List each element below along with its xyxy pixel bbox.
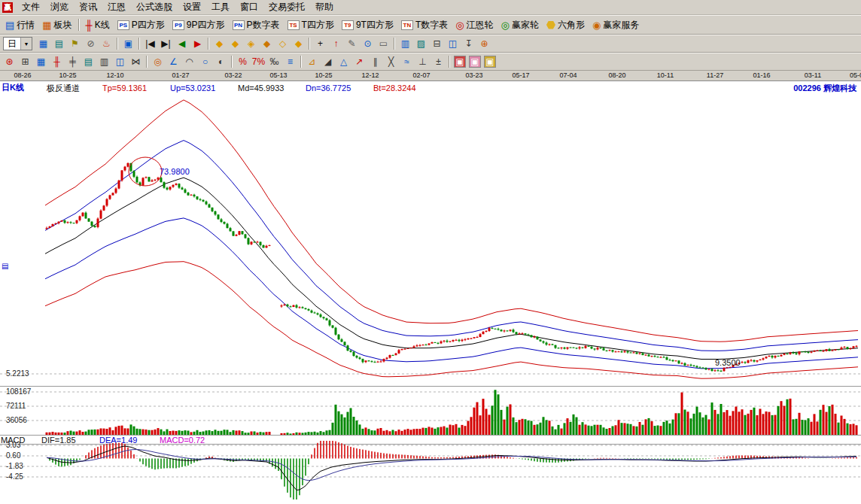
date-tick: 10-11 xyxy=(657,71,674,79)
next-bar-icon[interactable]: ▶ xyxy=(190,37,205,51)
date-tick: 01-16 xyxy=(753,71,770,79)
candle-style-icon[interactable]: ╫ xyxy=(49,55,65,69)
table-hatch-icon[interactable]: ▨ xyxy=(413,37,429,51)
hexagon-button[interactable]: 六角形 xyxy=(543,17,589,33)
perpendicular-tool-icon[interactable]: ⊥ xyxy=(415,55,430,69)
axle-tool-icon[interactable]: ⊛ xyxy=(2,55,17,69)
tn-badge-icon: TN xyxy=(401,20,413,30)
seven-percent-tool-icon[interactable]: 7% xyxy=(251,55,266,69)
date-tick: 03-23 xyxy=(465,71,482,79)
gann-diamond-3-icon[interactable]: ◈ xyxy=(243,37,259,51)
gann-diamond-6-icon[interactable]: ◆ xyxy=(291,37,306,51)
p-square-button[interactable]: PSP四方形 xyxy=(114,17,169,33)
wedge-tool-icon[interactable]: ◢ xyxy=(320,55,336,69)
arc-tool-icon[interactable]: ◠ xyxy=(181,55,197,69)
print-icon[interactable]: ⊟ xyxy=(429,37,445,51)
split-pane-icon[interactable]: ◫ xyxy=(112,55,128,69)
toolbar-button-label: T数字表 xyxy=(415,19,448,32)
angle-tool-icon[interactable]: ∠ xyxy=(166,55,181,69)
circle-tool-icon[interactable]: ○ xyxy=(197,55,213,69)
period-dropdown[interactable]: 日 ▼ xyxy=(3,37,32,50)
menu-item-4[interactable]: 公式选股 xyxy=(131,0,178,14)
menu-item-0[interactable]: 文件 xyxy=(17,0,45,14)
cycle-tool-icon[interactable]: ◐ xyxy=(213,55,229,69)
up-arrow-icon[interactable]: ↑ xyxy=(328,37,344,51)
merge-pane-icon[interactable]: ⋈ xyxy=(128,55,144,69)
kline-button[interactable]: ╫K线 xyxy=(82,17,114,33)
ohlc-style-icon[interactable]: ╪ xyxy=(65,55,81,69)
menu-item-3[interactable]: 江恩 xyxy=(102,0,131,14)
menu-item-7[interactable]: 窗口 xyxy=(235,0,263,14)
badge-pink-icon[interactable]: ▣ xyxy=(469,56,481,68)
gann-diamond-5-icon[interactable]: ◇ xyxy=(275,37,291,51)
triangle-tool-icon[interactable]: △ xyxy=(336,55,351,69)
p-table-button[interactable]: PNP数字表 xyxy=(229,17,284,33)
t-square-button[interactable]: TST四方形 xyxy=(284,17,338,33)
gann-wheel-button[interactable]: ◎江恩轮 xyxy=(452,17,497,33)
9t-square-button[interactable]: T99T四方形 xyxy=(338,17,397,33)
pane-corner-icon[interactable]: ▤ xyxy=(2,262,8,271)
separator xyxy=(117,38,118,50)
gann-fan-icon[interactable]: ⊿ xyxy=(304,55,320,69)
grid-view-icon[interactable]: ▦ xyxy=(35,37,51,51)
plusminus-tool-icon[interactable]: ± xyxy=(430,55,446,69)
separator xyxy=(208,38,209,50)
levels-tool-icon[interactable]: ≡ xyxy=(282,55,298,69)
volume-axis-label-3: 36056 xyxy=(6,416,27,425)
percent-tool-icon[interactable]: % xyxy=(235,55,251,69)
chevron-down-icon[interactable]: ▼ xyxy=(20,38,32,50)
gann-diamond-1-icon[interactable]: ◆ xyxy=(211,37,227,51)
first-bar-icon[interactable]: |◀ xyxy=(142,37,158,51)
menu-item-2[interactable]: 资讯 xyxy=(74,0,102,14)
save-icon[interactable]: ◫ xyxy=(445,37,461,51)
screen-layout-icon[interactable]: ▣ xyxy=(120,37,136,51)
crosshair-icon[interactable]: + xyxy=(312,37,328,51)
dense-grid-tool-icon[interactable]: ▦ xyxy=(33,55,49,69)
area-style-icon[interactable]: ▤ xyxy=(81,55,96,69)
last-bar-icon[interactable]: ▶| xyxy=(158,37,174,51)
quotes-button[interactable]: ▤行情 xyxy=(2,17,38,33)
prev-bar-icon[interactable]: ◀ xyxy=(174,37,190,51)
parallel-tool-icon[interactable]: ∥ xyxy=(367,55,383,69)
date-tick: 12-10 xyxy=(106,71,123,79)
panel-style-icon[interactable]: ▥ xyxy=(96,55,112,69)
menu-item-6[interactable]: 工具 xyxy=(206,0,235,14)
badge-gold-icon[interactable]: ▣ xyxy=(484,56,496,68)
band-bt-value: Bt=28.3244 xyxy=(373,83,416,93)
t-table-button[interactable]: TNT数字表 xyxy=(397,17,452,33)
menu-item-5[interactable]: 设置 xyxy=(178,0,206,14)
winner-service-button[interactable]: ◉赢家服务 xyxy=(589,17,643,33)
compass-icon[interactable]: ⊙ xyxy=(360,37,376,51)
date-tick: 11-27 xyxy=(707,71,723,79)
torch-icon[interactable]: ♨ xyxy=(99,37,114,51)
menu-item-9[interactable]: 帮助 xyxy=(310,0,339,14)
wave-tool-icon[interactable]: ≈ xyxy=(399,55,415,69)
winner-wheel-button[interactable]: ◎赢家轮 xyxy=(497,17,543,33)
macd-dea-value: DEA=1.49 xyxy=(99,436,137,445)
pane-type-label: 日K线 xyxy=(2,83,24,92)
permille-tool-icon[interactable]: ‰ xyxy=(266,55,282,69)
cross-lines-tool-icon[interactable]: ╳ xyxy=(383,55,399,69)
service-cart-icon[interactable]: ⊕ xyxy=(476,37,492,51)
sectors-button[interactable]: ▦板块 xyxy=(38,17,75,33)
table-small-icon[interactable]: ▥ xyxy=(397,37,413,51)
pencil-icon[interactable]: ✎ xyxy=(344,37,360,51)
trendline-tool-icon[interactable]: ↗ xyxy=(351,55,367,69)
menu-item-1[interactable]: 浏览 xyxy=(45,0,74,14)
ruler-icon[interactable]: ▭ xyxy=(376,37,391,51)
chart-area[interactable]: 日K线 极反通道 Tp=59.1361 Up=53.0231 Md=45.993… xyxy=(0,81,861,504)
gann-diamond-2-icon[interactable]: ◆ xyxy=(227,37,243,51)
export-icon[interactable]: ↧ xyxy=(461,37,476,51)
gann-diamond-4-icon[interactable]: ◆ xyxy=(259,37,275,51)
toolbar-button-label: 江恩轮 xyxy=(467,19,494,32)
flag-icon[interactable]: ⚑ xyxy=(67,37,83,51)
hexagon-icon xyxy=(546,21,555,29)
badge-red-icon[interactable]: ▣ xyxy=(454,56,466,68)
board-view-icon[interactable]: ▤ xyxy=(51,37,67,51)
target-tool-icon[interactable]: ◎ xyxy=(150,55,166,69)
zero-marker-icon[interactable]: ⊘ xyxy=(83,37,99,51)
menu-item-8[interactable]: 交易委托 xyxy=(263,0,310,14)
grid-tool-icon[interactable]: ⊞ xyxy=(17,55,33,69)
9p-square-button[interactable]: P99P四方形 xyxy=(169,17,229,33)
date-tick: 01-27 xyxy=(172,71,189,79)
